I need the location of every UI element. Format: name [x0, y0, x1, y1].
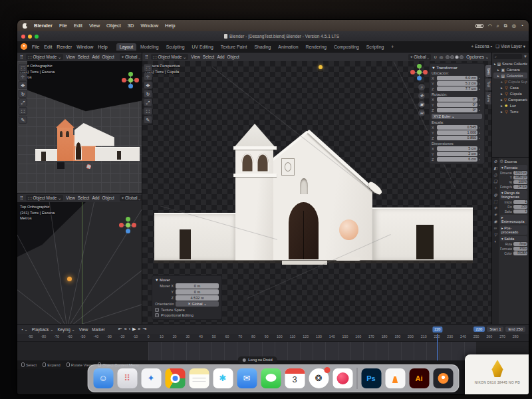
selected-light-dot[interactable]: [319, 65, 323, 69]
jump-start-icon[interactable]: ⇤: [118, 327, 122, 332]
property-value[interactable]: 1: [513, 200, 527, 204]
topbar-menu-window[interactable]: Window: [76, 45, 93, 49]
viewport-menu-add[interactable]: Add: [217, 55, 224, 59]
battery-icon[interactable]: [475, 24, 483, 28]
workspace-tab-compositing[interactable]: Compositing: [331, 43, 362, 51]
npanel-tab-tool[interactable]: Tool: [485, 78, 491, 90]
annotate-tool-icon[interactable]: ✎: [144, 116, 152, 124]
location-value-z[interactable]: 7.7 cm: [437, 86, 477, 91]
expand-arrow-icon[interactable]: ▸: [497, 74, 499, 78]
clock-icon[interactable]: ◔: [521, 23, 523, 28]
properties-tab-data[interactable]: ▽: [494, 232, 497, 237]
cursor-tool-icon[interactable]: ⊹: [19, 72, 27, 80]
dock-notes-icon[interactable]: [189, 368, 209, 388]
menubar-item-window[interactable]: Window: [140, 23, 158, 29]
viewport-menu-add[interactable]: Add: [92, 55, 99, 59]
properties-tab-physics[interactable]: ◉: [493, 219, 497, 224]
viewport-menu-view[interactable]: View: [191, 55, 200, 59]
viewport-menu-view[interactable]: View: [66, 196, 75, 200]
blender-logo-icon[interactable]: [21, 43, 27, 50]
shading-rendered-icon[interactable]: [460, 55, 464, 59]
snap-magnet-icon[interactable]: ∪: [434, 55, 437, 59]
checkbox-texture-space[interactable]: Texture Space: [155, 308, 219, 312]
expand-arrow-icon[interactable]: ▸: [501, 92, 503, 96]
workspace-tab-layout[interactable]: Layout: [116, 43, 136, 51]
dock-photoshop-icon[interactable]: Ps: [361, 368, 381, 388]
file-preview-card[interactable]: NIKON D610 38445 NO PD: [465, 354, 529, 394]
rotation-mode-dropdown[interactable]: XYZ Euler ⌄: [432, 114, 482, 119]
property-value[interactable]: 250: [513, 205, 527, 209]
operator-row-value[interactable]: 0 m: [176, 289, 219, 295]
orientation-dropdown[interactable]: ⌖ Global ⌄: [120, 54, 142, 61]
scene-selector[interactable]: ⌖ Escena ▾: [471, 44, 493, 49]
menubar-item-edit[interactable]: Edit: [74, 23, 82, 29]
dock-finder-icon[interactable]: ☺: [93, 368, 113, 388]
dock-chrome-icon[interactable]: [165, 368, 185, 388]
workspace-tab-rendering[interactable]: Rendering: [303, 43, 330, 51]
dock-messages-icon[interactable]: [261, 368, 281, 388]
property-value[interactable]: 100%: [513, 180, 527, 184]
workspace-tab-scripting[interactable]: Scripting: [363, 43, 387, 51]
viewport-menu-select[interactable]: Select: [78, 55, 90, 59]
playhead[interactable]: 220: [437, 334, 438, 360]
dock-illustrator-icon[interactable]: Ai: [409, 368, 429, 388]
close-button[interactable]: [21, 35, 25, 39]
properties-tab-scene[interactable]: ◔: [494, 186, 497, 191]
rotation-value-z[interactable]: 0°: [437, 108, 477, 112]
timeline-menu-playback[interactable]: Playback ⌄: [32, 327, 54, 332]
left-wing[interactable]: [154, 213, 237, 261]
outliner-search-input[interactable]: ⌕: [493, 54, 522, 59]
prev-key-icon[interactable]: «: [124, 327, 127, 332]
minimize-button[interactable]: [28, 35, 32, 39]
expand-arrow-icon[interactable]: ▸: [501, 86, 503, 90]
timeline-menu-view[interactable]: View: [79, 327, 88, 332]
workspace-tab-texture-paint[interactable]: Texture Paint: [217, 43, 251, 51]
mini-left-wing[interactable]: [35, 149, 57, 161]
properties-tab-particles[interactable]: ✳: [493, 212, 497, 217]
properties-tab-tool[interactable]: ⚙: [493, 159, 497, 164]
menubar-item-object[interactable]: Object: [106, 23, 121, 29]
outliner-item-scene-collection[interactable]: ▸▤Scene Collection: [493, 61, 527, 66]
outliner-item-campanario[interactable]: ▸▽Campanario: [493, 96, 527, 102]
main-viewport[interactable]: ⠿⬚Object Mode ⌄ViewSelectAddObject⌖ Glob…: [142, 53, 492, 324]
timeline-ruler[interactable]: -90-80-70-60-50-40-30-20-100102030405060…: [17, 334, 529, 342]
animate-dot-icon[interactable]: •: [479, 82, 482, 86]
scale-value-z[interactable]: 0.850: [437, 136, 477, 140]
next-key-icon[interactable]: »: [138, 327, 140, 332]
property-value[interactable]: PNG: [513, 247, 527, 251]
workspace-tab-shading[interactable]: Shading: [251, 43, 274, 51]
clock-icon[interactable]: ◔ ⌄: [21, 327, 28, 332]
shading-material-icon[interactable]: [455, 55, 459, 59]
jump-end-icon[interactable]: ⇥: [142, 327, 146, 332]
section-header[interactable]: ▾ Salida: [500, 236, 527, 241]
orientation-dropdown[interactable]: ✕ Global ⌄: [176, 301, 219, 307]
shading-wireframe-icon[interactable]: [446, 55, 450, 59]
viewport-menu-object[interactable]: Object: [102, 196, 114, 200]
viewport-menu-add[interactable]: Add: [92, 196, 99, 200]
location-value-x[interactable]: 6.0 cm: [437, 76, 477, 80]
shading-mode-buttons[interactable]: [446, 55, 464, 59]
dock-creativecloud-icon[interactable]: [332, 368, 352, 388]
viewport-options-dropdown[interactable]: Opciones ⌄: [466, 55, 489, 59]
control-center-icon[interactable]: ⧉: [504, 23, 507, 29]
viewport-menu-object[interactable]: Object: [227, 55, 239, 59]
properties-tab-modifiers[interactable]: ✛: [493, 205, 497, 211]
topbar-menu-help[interactable]: Help: [98, 45, 107, 49]
current-frame-field[interactable]: 220: [473, 327, 485, 332]
animate-dot-icon[interactable]: •: [479, 98, 482, 102]
menubar-item-help[interactable]: Help: [165, 23, 175, 29]
properties-tab-output[interactable]: ⎙: [494, 172, 497, 178]
properties-tab-material[interactable]: ◐: [494, 239, 497, 244]
axis-gizmo[interactable]: [122, 72, 139, 89]
dock-blender-icon[interactable]: [433, 368, 453, 388]
animate-dot-icon[interactable]: •: [479, 152, 482, 156]
mode-dropdown[interactable]: ⬚Object Mode ⌄: [26, 54, 64, 60]
move-tool-icon[interactable]: ✥: [19, 81, 27, 89]
axis-gizmo[interactable]: [410, 64, 428, 81]
axis-gizmo[interactable]: [119, 217, 136, 234]
animate-dot-icon[interactable]: •: [479, 136, 482, 140]
outliner-item-torre[interactable]: ▸▽Torre: [493, 108, 527, 114]
viewport-menu-select[interactable]: Select: [203, 55, 215, 59]
menubar-item-view[interactable]: View: [89, 23, 100, 29]
annotate-tool-icon[interactable]: ✎: [19, 116, 27, 124]
